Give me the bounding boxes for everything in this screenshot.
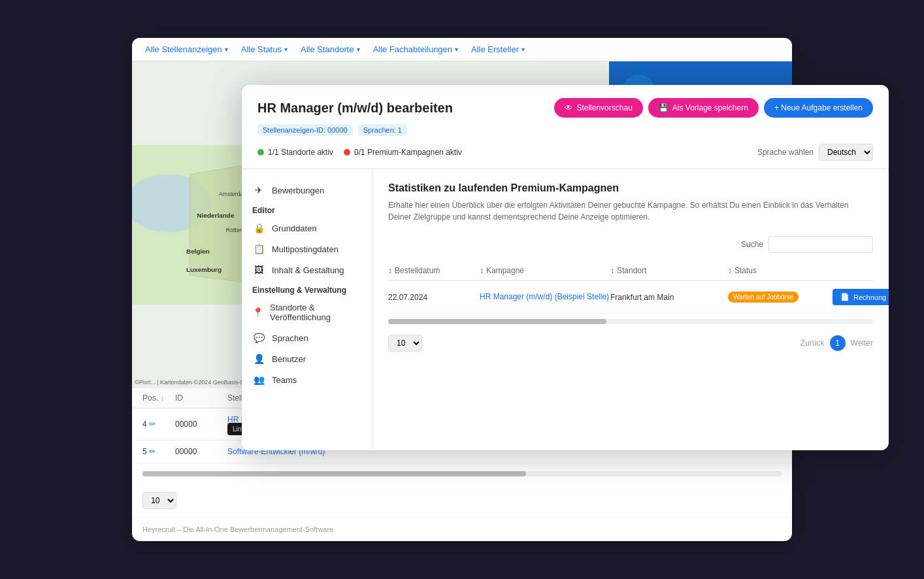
svg-text:Belgien: Belgien: [186, 248, 210, 255]
nav-all-creators[interactable]: Alle Ersteller ▾: [471, 44, 525, 54]
nav-all-departments[interactable]: Alle Fachabteilungen ▾: [373, 44, 458, 54]
campaign-location: Frankfurt am Main: [610, 293, 728, 302]
next-label: Weiter: [851, 339, 873, 348]
green-dot-icon: [257, 149, 264, 156]
preview-button[interactable]: 👁 Stellenvorschau: [554, 98, 642, 118]
svg-text:Niederlande: Niederlande: [197, 212, 235, 219]
stats-description: Erhalte hier einen Überblick über die er…: [388, 199, 873, 223]
save-template-button[interactable]: 💾 Als Vorlage speichern: [648, 98, 759, 118]
overlay-main: Statistiken zu laufenden Premium-Kampagn…: [372, 169, 889, 450]
sidebar-item-standorte[interactable]: 📍 Standorte & Veröffentlichung: [242, 297, 372, 327]
team-icon: 👥: [252, 374, 265, 385]
sidebar-item-teams[interactable]: 👥 Teams: [242, 369, 372, 390]
list-icon: 📋: [252, 244, 265, 254]
col-standort[interactable]: ↕ Standort: [610, 266, 728, 275]
footer: Heyrecruit – Die All-In-One Bewerbermana…: [132, 517, 792, 541]
location-icon: 📍: [252, 307, 263, 318]
badge-row: Stellenanzeigen-ID: 00000 Sprachen: 1: [257, 124, 873, 136]
per-page-select[interactable]: 10 25 50: [142, 492, 176, 509]
chevron-down-icon: ▾: [455, 46, 458, 53]
per-page-select[interactable]: 10 25 50: [388, 335, 422, 352]
new-task-button[interactable]: + Neue Aufgabe erstellen: [764, 98, 873, 118]
nav-all-jobs[interactable]: Alle Stellenanzeigen ▾: [145, 44, 228, 54]
overlay-title: HR Manager (m/w/d) bearbeiten: [257, 101, 453, 116]
edit-icon[interactable]: ✏: [149, 420, 156, 429]
row-id: 00000: [175, 420, 227, 429]
col-campaign[interactable]: ↕ Kampagne: [480, 266, 610, 275]
chat-icon: 💬: [252, 333, 265, 343]
overlay-window: HR Manager (m/w/d) bearbeiten 👁 Stellenv…: [242, 85, 889, 450]
col-status-header[interactable]: ↕ Status: [728, 266, 833, 275]
campaigns-status: 0/1 Premium-Kampagnen aktiv: [344, 148, 462, 157]
chevron-down-icon: ▾: [357, 46, 360, 53]
col-action-header: [833, 266, 889, 275]
search-label: Suche: [741, 240, 763, 249]
overlay-body: ✈ Bewerbungen Editor 🔒 Grunddaten 📋 Mult…: [242, 169, 889, 450]
top-nav: Alle Stellenanzeigen ▾ Alle Status ▾ All…: [132, 38, 792, 61]
per-page-row: 10 25 50: [388, 335, 422, 352]
table-scrollbar[interactable]: [142, 471, 782, 476]
sidebar-editor-label: Editor: [242, 201, 372, 218]
image-icon: 🖼: [252, 265, 265, 275]
back-label: Zurück: [800, 339, 825, 348]
red-dot-icon: [344, 149, 350, 156]
sort-icon: ↕: [161, 395, 164, 402]
overlay-actions: 👁 Stellenvorschau 💾 Als Vorlage speicher…: [554, 98, 873, 118]
pagination-row: 10 25 50: [132, 484, 792, 517]
save-icon: 💾: [659, 103, 668, 112]
campaign-action: 📄 Rechnung herunterladen: [833, 289, 889, 305]
status-badge: Warten auf Jobbörse: [728, 291, 799, 303]
col-pos[interactable]: Pos. ↕: [142, 393, 175, 403]
sidebar-item-multiposting[interactable]: 📋 Multipostingdaten: [242, 239, 372, 259]
job-id-badge: Stellenanzeigen-ID: 00000: [257, 124, 353, 136]
sort-arrow-icon: ↕: [728, 266, 732, 275]
language-selector: Sprache wählen Deutsch English: [757, 144, 873, 161]
status-items: 1/1 Standorte aktiv 0/1 Premium-Kampagne…: [257, 148, 462, 157]
sidebar-item-benutzer[interactable]: 👤 Benutzer: [242, 348, 372, 369]
sort-arrow-icon: ↕: [388, 266, 392, 275]
chevron-down-icon: ▾: [225, 46, 228, 53]
current-page: 1: [830, 335, 846, 351]
language-select[interactable]: Deutsch English: [819, 144, 873, 161]
nav-all-status[interactable]: Alle Status ▾: [241, 44, 288, 54]
campaigns-table-row: 22.07.2024 HR Manager (m/w/d) (Beispiel …: [388, 281, 873, 314]
search-row: Suche: [388, 236, 873, 253]
row-id: 00000: [175, 447, 227, 456]
sidebar-item-applications[interactable]: ✈ Bewerbungen: [242, 180, 372, 201]
sort-arrow-icon: ↕: [610, 266, 614, 275]
campaign-name: HR Manager (m/w/d) (Beispiel Stelle): [480, 292, 610, 303]
eye-icon: 👁: [565, 103, 572, 112]
search-wrapper: Suche: [741, 236, 873, 253]
chevron-down-icon: ▾: [284, 46, 288, 53]
sidebar-item-sprachen[interactable]: 💬 Sprachen: [242, 327, 372, 348]
order-date: 22.07.2024: [388, 293, 480, 302]
row-pos: 5 ✏: [142, 447, 175, 456]
sort-arrow-icon: ↕: [480, 266, 484, 275]
sidebar-settings-label: Einstellung & Verwaltung: [242, 280, 372, 297]
nav-all-locations[interactable]: Alle Standorte ▾: [301, 44, 360, 54]
campaign-status: Warten auf Jobbörse: [728, 291, 833, 303]
language-badge: Sprachen: 1: [358, 124, 407, 136]
row-pos: 4 ✏: [142, 420, 175, 429]
status-row: 1/1 Standorte aktiv 0/1 Premium-Kampagne…: [257, 144, 873, 169]
download-invoice-button[interactable]: 📄 Rechnung herunterladen: [833, 289, 889, 305]
table-footer: 10 25 50 Zurück 1 Weiter: [388, 329, 873, 352]
sidebar-item-grunddaten[interactable]: 🔒 Grunddaten: [242, 218, 372, 239]
campaigns-scrollbar[interactable]: [388, 319, 873, 324]
chevron-down-icon: ▾: [521, 46, 525, 53]
edit-icon[interactable]: ✏: [149, 447, 156, 456]
lock-icon: 🔒: [252, 223, 265, 233]
stats-title: Statistiken zu laufenden Premium-Kampagn…: [388, 182, 873, 194]
download-icon: 📄: [840, 293, 850, 301]
user-icon: 👤: [252, 354, 265, 364]
col-order-date[interactable]: ↕ Bestelldatum: [388, 266, 480, 275]
campaigns-table-header: ↕ Bestelldatum ↕ Kampagne ↕ Standort ↕ S…: [388, 261, 873, 281]
search-input[interactable]: [768, 236, 873, 253]
locations-status: 1/1 Standorte aktiv: [257, 148, 333, 157]
sidebar-item-inhalt[interactable]: 🖼 Inhalt & Gestaltung: [242, 259, 372, 280]
campaign-link[interactable]: HR Manager (m/w/d) (Beispiel Stelle): [480, 292, 609, 301]
pagination-nav: Zurück 1 Weiter: [800, 335, 873, 351]
overlay-header: HR Manager (m/w/d) bearbeiten 👁 Stellenv…: [242, 85, 889, 169]
col-id: ID: [175, 393, 227, 403]
svg-text:Luxemburg: Luxemburg: [186, 266, 222, 273]
